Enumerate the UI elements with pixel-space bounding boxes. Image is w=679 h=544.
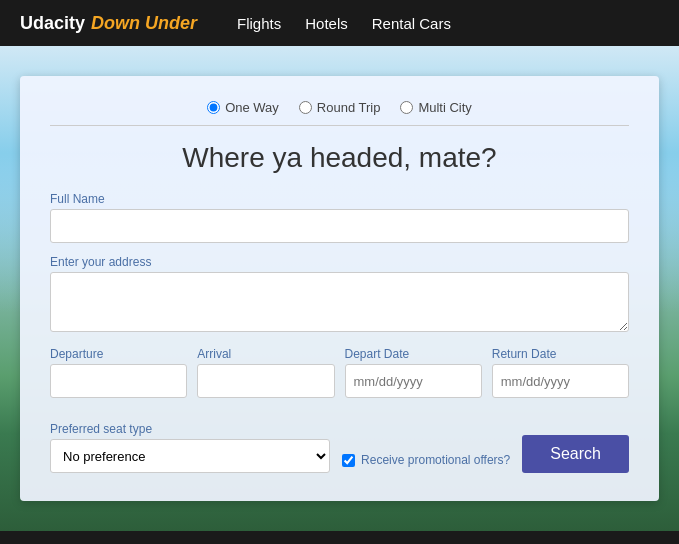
arrival-group: Arrival bbox=[197, 347, 334, 398]
address-label: Enter your address bbox=[50, 255, 629, 269]
one-way-radio[interactable] bbox=[207, 101, 220, 114]
full-name-input[interactable] bbox=[50, 209, 629, 243]
round-trip-text: Round Trip bbox=[317, 100, 381, 115]
trip-type-selector: One Way Round Trip Multi City bbox=[50, 100, 629, 126]
logo: Udacity Down Under bbox=[20, 13, 197, 34]
depart-date-input[interactable] bbox=[345, 364, 482, 398]
return-date-input[interactable] bbox=[492, 364, 629, 398]
seat-label: Preferred seat type bbox=[50, 422, 330, 436]
hero-section: One Way Round Trip Multi City Where ya h… bbox=[0, 46, 679, 531]
promo-checkbox[interactable] bbox=[342, 454, 355, 467]
full-name-group: Full Name bbox=[50, 192, 629, 243]
one-way-label[interactable]: One Way bbox=[207, 100, 279, 115]
form-heading: Where ya headed, mate? bbox=[50, 142, 629, 174]
address-input[interactable] bbox=[50, 272, 629, 332]
departure-group: Departure bbox=[50, 347, 187, 398]
promo-group: Receive promotional offers? bbox=[342, 453, 510, 473]
footer: About us Join our newsletter Need Suppor… bbox=[0, 531, 679, 544]
bottom-row: Preferred seat type No preference Window… bbox=[50, 422, 629, 473]
nav-flights[interactable]: Flights bbox=[237, 15, 281, 32]
departure-label: Departure bbox=[50, 347, 187, 361]
seat-select[interactable]: No preference Window Aisle Middle bbox=[50, 439, 330, 473]
travel-details-row: Departure Arrival Depart Date Return Dat… bbox=[50, 347, 629, 410]
multi-city-text: Multi City bbox=[418, 100, 471, 115]
arrival-label: Arrival bbox=[197, 347, 334, 361]
main-nav: Flights Hotels Rental Cars bbox=[237, 15, 451, 32]
multi-city-radio[interactable] bbox=[400, 101, 413, 114]
logo-udacity: Udacity bbox=[20, 13, 85, 34]
address-group: Enter your address bbox=[50, 255, 629, 335]
return-date-group: Return Date bbox=[492, 347, 629, 398]
multi-city-label[interactable]: Multi City bbox=[400, 100, 471, 115]
flight-search-card: One Way Round Trip Multi City Where ya h… bbox=[20, 76, 659, 501]
nav-rental-cars[interactable]: Rental Cars bbox=[372, 15, 451, 32]
promo-label[interactable]: Receive promotional offers? bbox=[361, 453, 510, 467]
round-trip-radio[interactable] bbox=[299, 101, 312, 114]
depart-date-label: Depart Date bbox=[345, 347, 482, 361]
departure-input[interactable] bbox=[50, 364, 187, 398]
one-way-text: One Way bbox=[225, 100, 279, 115]
round-trip-label[interactable]: Round Trip bbox=[299, 100, 381, 115]
full-name-label: Full Name bbox=[50, 192, 629, 206]
header: Udacity Down Under Flights Hotels Rental… bbox=[0, 0, 679, 46]
arrival-input[interactable] bbox=[197, 364, 334, 398]
return-date-label: Return Date bbox=[492, 347, 629, 361]
logo-tagline: Down Under bbox=[91, 13, 197, 34]
nav-hotels[interactable]: Hotels bbox=[305, 15, 348, 32]
depart-date-group: Depart Date bbox=[345, 347, 482, 398]
search-button[interactable]: Search bbox=[522, 435, 629, 473]
seat-group: Preferred seat type No preference Window… bbox=[50, 422, 330, 473]
